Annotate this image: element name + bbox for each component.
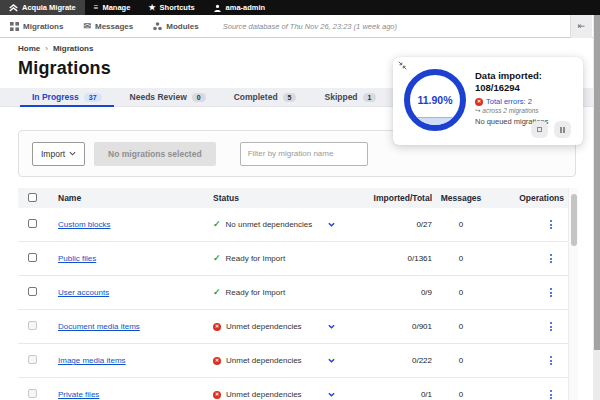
stop-icon — [537, 127, 542, 132]
row-operations-menu-icon[interactable] — [550, 254, 552, 263]
status-expand-chevron-icon[interactable] — [328, 392, 335, 397]
collapse-card-icon[interactable] — [398, 61, 407, 70]
modules-icon — [153, 22, 162, 31]
status-label: No unmet dependencies — [226, 220, 313, 229]
imported-total-value: 0/9 — [353, 288, 432, 297]
acquia-migrate-logo[interactable]: Acquia Migrate — [0, 0, 85, 15]
row-checkbox[interactable] — [28, 219, 37, 228]
migration-name-link[interactable]: Image media items — [58, 356, 126, 365]
table-scrollbar-thumb[interactable] — [571, 194, 577, 246]
progress-fill-level — [410, 117, 460, 125]
imported-total-value: 0/222 — [353, 356, 432, 365]
migration-filter-input[interactable] — [240, 142, 368, 166]
status-label: Unmet dependencies — [226, 356, 302, 365]
table-scrollbar[interactable] — [568, 188, 578, 400]
migrations-nav-label: Migrations — [23, 22, 63, 31]
data-imported-value: 108/16294 — [475, 82, 579, 94]
table-row: Image media items ✕ Unmet dependencies 0… — [18, 344, 568, 378]
migration-name-link[interactable]: Custom blocks — [58, 220, 110, 229]
breadcrumb-current: Migrations — [53, 44, 93, 53]
data-imported-title: Data imported: — [475, 70, 579, 82]
status-error-icon: ✕ — [213, 323, 221, 331]
table-row: Custom blocks ✓ No unmet dependencies 0/… — [18, 208, 568, 242]
tab[interactable]: Needs Review 0 — [116, 88, 220, 106]
logo-label: Acquia Migrate — [22, 3, 76, 12]
admin-toolbar: Acquia Migrate ≡ Manage ★ Shortcuts ama-… — [0, 0, 600, 15]
user-account-menu[interactable]: ama-admin — [204, 0, 275, 15]
progress-card-buttons — [531, 121, 571, 138]
row-operations-menu-icon[interactable] — [550, 288, 552, 297]
import-progress-card: 11.90% Data imported: 108/16294 ✕ Total … — [393, 57, 583, 145]
status-label: Unmet dependencies — [226, 390, 302, 399]
tab[interactable]: In Progress 37 — [18, 88, 116, 106]
tab-count-badge: 5 — [283, 93, 297, 102]
header-status: Status — [213, 193, 328, 203]
pause-import-button[interactable] — [554, 121, 571, 138]
row-operations-menu-icon[interactable] — [550, 390, 552, 399]
imported-total-value: 0/1 — [353, 390, 432, 399]
status-ok-icon: ✓ — [213, 220, 221, 229]
import-label: Import — [41, 149, 65, 159]
header-operations: Operations — [490, 193, 564, 203]
tab-count-badge: 37 — [84, 93, 102, 102]
shortcuts-menu[interactable]: ★ Shortcuts — [139, 0, 203, 15]
imported-total-value: 0/1361 — [353, 254, 432, 263]
hamburger-icon: ≡ — [94, 4, 99, 12]
messages-count: 0 — [432, 322, 490, 331]
error-badge-icon: ✕ — [475, 98, 483, 106]
messages-count: 0 — [432, 390, 490, 399]
row-operations-menu-icon[interactable] — [550, 356, 552, 365]
manage-menu[interactable]: ≡ Manage — [85, 0, 140, 15]
row-checkbox[interactable] — [28, 389, 37, 398]
breadcrumb-home-link[interactable]: Home — [18, 44, 40, 53]
selection-status-button: No migrations selected — [94, 142, 216, 166]
tab-label: Needs Review — [130, 92, 187, 102]
migration-name-link[interactable]: User accounts — [58, 288, 109, 297]
migration-name-link[interactable]: Document media items — [58, 322, 140, 331]
messages-count: 0 — [432, 356, 490, 365]
status-expand-chevron-icon[interactable] — [328, 222, 335, 227]
row-operations-menu-icon[interactable] — [550, 220, 552, 229]
shortcuts-label: Shortcuts — [160, 3, 195, 12]
import-dropdown-button[interactable]: Import — [32, 142, 85, 166]
table-row: Document media items ✕ Unmet dependencie… — [18, 310, 568, 344]
progress-percent: 11.90% — [417, 94, 452, 106]
migration-name-link[interactable]: Public files — [58, 254, 96, 263]
modules-nav-item[interactable]: Modules — [143, 15, 208, 37]
status-expand-chevron-icon[interactable] — [328, 324, 335, 329]
row-checkbox[interactable] — [28, 321, 37, 330]
total-errors-link[interactable]: Total errors: 2 — [486, 97, 532, 106]
tab-label: Skipped — [324, 92, 357, 102]
collapse-left-icon: ⇤ — [578, 21, 586, 31]
tab[interactable]: Completed 5 — [220, 88, 311, 106]
status-expand-chevron-icon[interactable] — [328, 358, 335, 363]
messages-count: 0 — [432, 254, 490, 263]
window-scrollbar-thumb[interactable] — [594, 15, 600, 350]
messages-nav-item[interactable]: ✉ Messages — [73, 15, 143, 37]
status-error-icon: ✕ — [213, 357, 221, 365]
toolbar-collapse-button[interactable]: ⇤ — [570, 15, 592, 38]
status-label: Unmet dependencies — [226, 322, 302, 331]
table-row: User accounts ✓ Ready for Import 0/9 0 — [18, 276, 568, 310]
source-database-note: Source database of Thu Nov 26, 23:23 (1 … — [223, 22, 397, 31]
row-checkbox[interactable] — [28, 355, 37, 364]
status-ok-icon: ✓ — [213, 288, 221, 297]
errors-scope: ↪ across 2 migrations — [475, 107, 579, 115]
table-row: Private files ✕ Unmet dependencies 0/1 0 — [18, 378, 568, 400]
modules-nav-label: Modules — [166, 22, 198, 31]
tab[interactable]: Skipped 1 — [310, 88, 390, 106]
progress-card-body: Data imported: 108/16294 ✕ Total errors:… — [475, 70, 579, 126]
table-header-row: Name Status Imported/Total Messages Oper… — [18, 188, 568, 208]
migrations-nav-item[interactable]: Migrations — [0, 15, 73, 37]
migration-name-link[interactable]: Private files — [58, 390, 99, 399]
stop-import-button[interactable] — [531, 121, 548, 138]
errors-row: ✕ Total errors: 2 — [475, 97, 579, 106]
reply-arrow-icon: ↪ — [475, 107, 480, 114]
status-label: Ready for Import — [226, 254, 286, 263]
messages-nav-label: Messages — [95, 22, 133, 31]
row-checkbox[interactable] — [28, 287, 37, 296]
row-checkbox[interactable] — [28, 253, 37, 262]
row-operations-menu-icon[interactable] — [550, 322, 552, 331]
select-all-checkbox[interactable] — [28, 193, 37, 202]
window-scrollbar[interactable] — [593, 15, 600, 400]
